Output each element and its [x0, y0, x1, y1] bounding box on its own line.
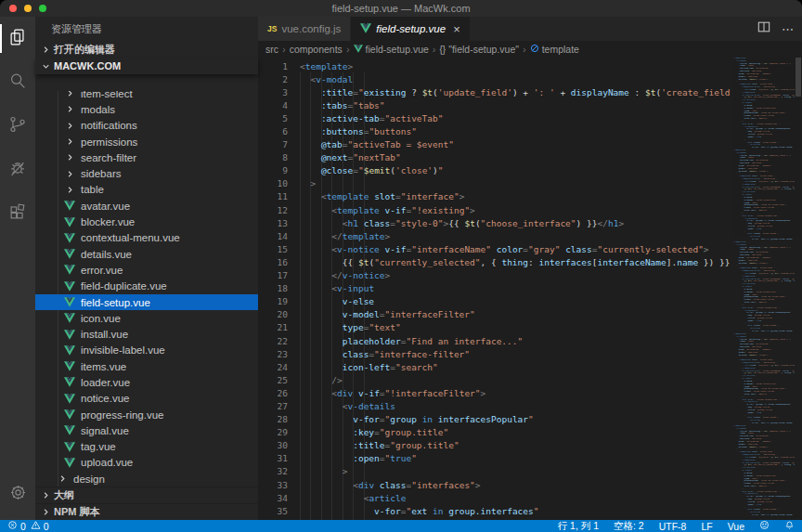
tree-item-loader.vue[interactable]: loader.vue	[35, 374, 258, 390]
activity-extensions[interactable]	[0, 191, 35, 235]
status-encoding[interactable]: UTF-8	[659, 521, 687, 532]
code-line-30[interactable]: 30 :title="group.title"	[258, 439, 733, 452]
code-line-22[interactable]: 22 placeholder="Find an interface..."	[258, 334, 733, 347]
status-cursor-position[interactable]: 行 1, 列 1	[558, 520, 599, 532]
code-line-21[interactable]: 21 type="text"	[258, 321, 733, 334]
code-line-28[interactable]: 28 v-for="group in interfacesPopular"	[258, 413, 733, 426]
tree-item-avatar.vue[interactable]: avatar.vue	[35, 198, 258, 214]
code-line-7[interactable]: 7 @tab="activeTab = $event"	[258, 138, 733, 151]
code-line-31[interactable]: 31 :open="true"	[258, 452, 733, 465]
tree-item-modals[interactable]: modals	[35, 101, 258, 117]
tree-item-sidebars[interactable]: sidebars	[35, 165, 258, 181]
code-line-16[interactable]: 16 {{ $t("currently_selected", { thing: …	[258, 255, 733, 268]
code-line-4[interactable]: 4 :tabs="tabs"	[258, 98, 733, 111]
status-eol[interactable]: LF	[701, 521, 712, 532]
code-line-9[interactable]: 9 @close="$emit('close')"	[258, 164, 733, 177]
tab-field-setup-vue[interactable]: field-setup.vue ×	[351, 17, 470, 41]
tree-item-details.vue[interactable]: details.vue	[35, 246, 258, 262]
tree-item-items.vue[interactable]: items.vue	[35, 358, 258, 374]
section-npm-scripts[interactable]: NPM 脚本	[35, 503, 258, 520]
code-line-14[interactable]: 14 </template>	[258, 229, 733, 242]
code-line-33[interactable]: 33 <div class="interfaces">	[258, 478, 733, 491]
breadcrumb-src[interactable]: src	[265, 44, 278, 55]
tree-item-error.vue[interactable]: error.vue	[35, 262, 258, 278]
manage-button[interactable]	[0, 475, 35, 513]
code-line-34[interactable]: 34 <article	[258, 491, 733, 504]
more-actions-icon[interactable]: ⋯	[782, 22, 795, 36]
tree-item-field-setup.vue[interactable]: field-setup.vue	[35, 294, 258, 310]
breadcrumb-components[interactable]: components	[290, 44, 343, 55]
code-line-12[interactable]: 12 <template v-if="!existing">	[258, 203, 733, 216]
code-line-23[interactable]: 23 class="interface-filter"	[258, 347, 733, 360]
minimize-button[interactable]	[24, 5, 32, 12]
tree-item-permissions[interactable]: permissions	[35, 134, 258, 149]
vue-file-icon	[63, 345, 76, 356]
code-line-13[interactable]: 13 <h1 class="style-0">{{ $t("choose_int…	[258, 216, 733, 229]
code-line-26[interactable]: 26 <div v-if="!interfaceFilter">	[258, 386, 733, 399]
feedback-smiley-icon[interactable]	[759, 520, 770, 532]
debug-icon	[7, 158, 28, 182]
tree-item-notice.vue[interactable]: notice.vue	[35, 391, 258, 407]
tree-item-blocker.vue[interactable]: blocker.vue	[35, 214, 258, 229]
code-line-27[interactable]: 27 <v-details	[258, 399, 733, 412]
code-line-5[interactable]: 5 :active-tab="activeTab"	[258, 111, 733, 124]
tree-item-label: items.vue	[81, 361, 126, 372]
section-open-editors[interactable]: 打开的编辑器	[35, 41, 258, 58]
tree-item-search-filter[interactable]: search-filter	[35, 149, 258, 165]
section-project[interactable]: MACWK.COM	[35, 58, 258, 74]
code-editor[interactable]: 1<template>2 <v-modal3 :title="existing …	[258, 58, 733, 520]
code-line-24[interactable]: 24 icon-left="search"	[258, 360, 733, 373]
activity-search[interactable]	[0, 60, 35, 104]
code-line-20[interactable]: 20 v-model="interfaceFilter"	[258, 308, 733, 321]
code-line-29[interactable]: 29 :key="group.title"	[258, 426, 733, 439]
zoom-button[interactable]	[39, 5, 46, 12]
code-line-19[interactable]: 19 v-else	[258, 295, 733, 308]
tree-item-notifications[interactable]: notifications	[35, 118, 258, 134]
code-line-18[interactable]: 18 <v-input	[258, 282, 733, 295]
close-tab-icon[interactable]: ×	[453, 23, 460, 35]
code-line-6[interactable]: 6 :buttons="buttons"	[258, 124, 733, 137]
tree-item-progress-ring.vue[interactable]: progress-ring.vue	[35, 407, 258, 422]
tree-item-upload.vue[interactable]: upload.vue	[35, 455, 258, 471]
tree-item-item-select[interactable]: item-select	[35, 91, 258, 101]
tree-item-field-duplicate.vue[interactable]: field-duplicate.vue	[35, 279, 258, 294]
notifications-bell-icon[interactable]	[784, 520, 795, 532]
activity-source-control[interactable]	[0, 104, 35, 148]
code-line-15[interactable]: 15 <v-notice v-if="interfaceName" color=…	[258, 242, 733, 255]
code-line-2[interactable]: 2 <v-modal	[258, 72, 733, 85]
tree-item-contextual-menu.vue[interactable]: contextual-menu.vue	[35, 230, 258, 246]
split-editor-icon[interactable]	[757, 20, 770, 37]
tree-item-invisible-label.vue[interactable]: invisible-label.vue	[35, 343, 258, 358]
breadcrumb-field-setup.vue[interactable]: field-setup.vue	[354, 44, 429, 55]
close-button[interactable]	[9, 5, 17, 12]
activity-debug[interactable]	[0, 148, 35, 191]
activity-explorer[interactable]	[0, 17, 35, 60]
status-language-mode[interactable]: Vue	[728, 521, 744, 532]
code-line-35[interactable]: 35 v-for="ext in group.interfaces"	[258, 504, 733, 517]
tree-item-design[interactable]: design	[35, 471, 258, 487]
tree-item-table[interactable]: table	[35, 182, 258, 198]
code-line-1[interactable]: 1<template>	[258, 59, 733, 72]
code-line-17[interactable]: 17 </v-notice>	[258, 269, 733, 282]
breadcrumb-field-setup.vue[interactable]: {}"field-setup.vue"	[440, 44, 519, 55]
breadcrumb-template[interactable]: template	[530, 44, 579, 55]
vue-file-icon	[360, 23, 371, 35]
tab-vue-config-js[interactable]: JS vue.config.js	[258, 17, 351, 41]
scrollbar-slider[interactable]	[796, 58, 801, 97]
code-line-10[interactable]: 10 >	[258, 177, 733, 190]
tree-item-tag.vue[interactable]: tag.vue	[35, 439, 258, 455]
tree-item-icon.vue[interactable]: icon.vue	[35, 310, 258, 326]
code-line-32[interactable]: 32 >	[258, 465, 733, 478]
status-problems[interactable]: 0 0	[7, 520, 49, 532]
tree-item-install.vue[interactable]: install.vue	[35, 326, 258, 342]
tree-item-signal.vue[interactable]: signal.vue	[35, 422, 258, 438]
code-line-3[interactable]: 3 :title="existing ? $t('update_field') …	[258, 85, 733, 98]
code-line-8[interactable]: 8 @next="nextTab"	[258, 151, 733, 164]
code-line-25[interactable]: 25 />	[258, 373, 733, 386]
code-line-11[interactable]: 11 <template slot="interface">	[258, 190, 733, 203]
section-outline[interactable]: 大纲	[35, 487, 258, 503]
minimap[interactable]: <template> <v-modal :title="existing ? $…	[733, 58, 795, 520]
status-indentation[interactable]: 空格: 2	[614, 520, 644, 532]
vue-file-icon	[63, 201, 76, 211]
breadcrumb-separator: ›	[345, 44, 351, 55]
